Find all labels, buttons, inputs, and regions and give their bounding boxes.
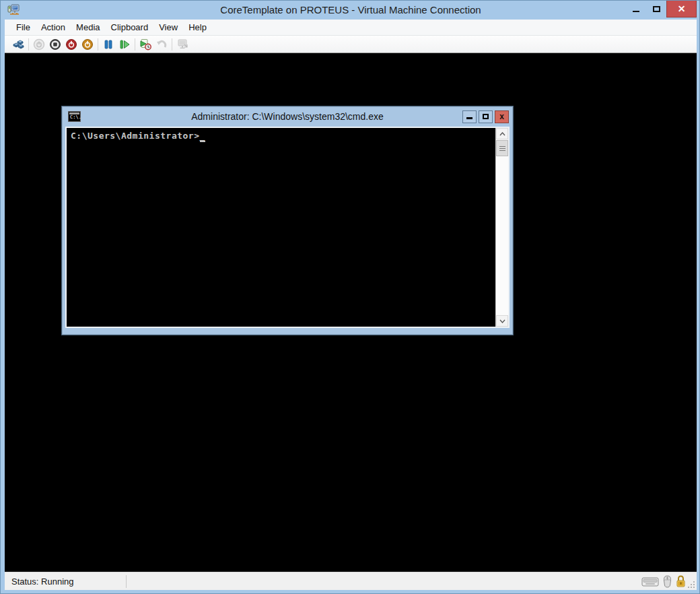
cmd-minimize-button[interactable] [462, 110, 477, 123]
lock-icon [676, 575, 686, 588]
maximize-icon [483, 114, 489, 119]
cmd-body: C:\Users\Administrator>_ [65, 127, 510, 328]
ctrl-alt-del-button[interactable] [10, 37, 26, 52]
menu-item-file[interactable]: File [11, 20, 36, 36]
close-button[interactable]: ✕ [666, 1, 697, 18]
minimize-icon [466, 117, 473, 119]
status-bar: Status: Running [5, 572, 697, 590]
keyboard-icon [641, 576, 659, 587]
turn-off-button[interactable] [47, 37, 63, 52]
maximize-icon [653, 6, 660, 12]
mouse-icon [662, 575, 672, 588]
menu-item-media[interactable]: Media [71, 20, 105, 36]
enhanced-session-button [174, 37, 190, 52]
toolbar-separator [28, 38, 29, 51]
save-button[interactable] [79, 37, 96, 52]
cmd-scrollbar[interactable] [495, 128, 508, 327]
reset-play-icon [119, 39, 131, 50]
console-prompt-line: C:\Users\Administrator>_ [71, 131, 495, 141]
cmd-window-controls: x [462, 110, 509, 123]
console-prompt: C:\Users\Administrator> [71, 131, 200, 141]
scrollbar-thumb[interactable] [496, 140, 508, 156]
start-button [31, 37, 47, 52]
minimize-icon [633, 11, 639, 12]
power-start-icon [33, 38, 45, 51]
keyboard-keys-icon [12, 38, 25, 50]
pause-button[interactable] [100, 37, 116, 52]
console-output[interactable]: C:\Users\Administrator>_ [67, 128, 495, 327]
menu-item-view[interactable]: View [153, 20, 183, 36]
toolbar [5, 36, 697, 53]
vmconnect-window: CoreTemplate on PROTEUS - Virtual Machin… [0, 0, 700, 594]
vm-status-text: Status: Running [5, 576, 74, 587]
revert-button [153, 37, 170, 52]
cmd-window: Administrator: C:\Windows\system32\cmd.e… [61, 106, 514, 335]
window-title: CoreTemplate on PROTEUS - Virtual Machin… [1, 1, 700, 20]
cmd-maximize-button[interactable] [479, 110, 493, 123]
cmd-window-title: Administrator: C:\Windows\system32\cmd.e… [62, 111, 513, 122]
stop-circle-icon [49, 38, 61, 51]
scroll-up-button[interactable] [496, 128, 508, 139]
toolbar-separator [98, 38, 98, 51]
chevron-down-icon [499, 319, 505, 323]
save-state-power-icon [81, 38, 94, 51]
menu-item-action[interactable]: Action [36, 20, 71, 36]
toolbar-separator [135, 38, 135, 51]
minimize-button[interactable] [626, 1, 646, 18]
menu-item-clipboard[interactable]: Clipboard [106, 20, 154, 36]
statusbar-separator [126, 575, 127, 588]
checkpoint-button[interactable] [137, 37, 153, 52]
scroll-down-button[interactable] [496, 315, 508, 327]
titlebar: CoreTemplate on PROTEUS - Virtual Machin… [1, 1, 700, 20]
reset-button[interactable] [116, 37, 133, 52]
vm-display[interactable]: Administrator: C:\Windows\system32\cmd.e… [5, 53, 697, 572]
enhanced-session-monitor-icon [176, 38, 188, 50]
console-cursor: _ [200, 131, 205, 142]
window-controls: ✕ [626, 1, 697, 18]
resize-grip[interactable] [687, 581, 695, 589]
cmd-titlebar[interactable]: Administrator: C:\Windows\system32\cmd.e… [62, 106, 513, 127]
menu-item-help[interactable]: Help [183, 20, 212, 36]
revert-arrow-icon [155, 38, 168, 50]
scrollbar-track[interactable] [496, 156, 508, 315]
cmd-close-button[interactable]: x [495, 110, 509, 123]
pause-icon [103, 39, 114, 50]
menu-bar: File Action Media Clipboard View Help [5, 20, 697, 36]
toolbar-separator [172, 38, 172, 51]
checkpoint-icon [139, 38, 152, 51]
maximize-button[interactable] [646, 1, 666, 18]
chevron-up-icon [499, 132, 505, 136]
shutdown-power-icon [65, 38, 77, 51]
shut-down-button[interactable] [63, 37, 79, 52]
